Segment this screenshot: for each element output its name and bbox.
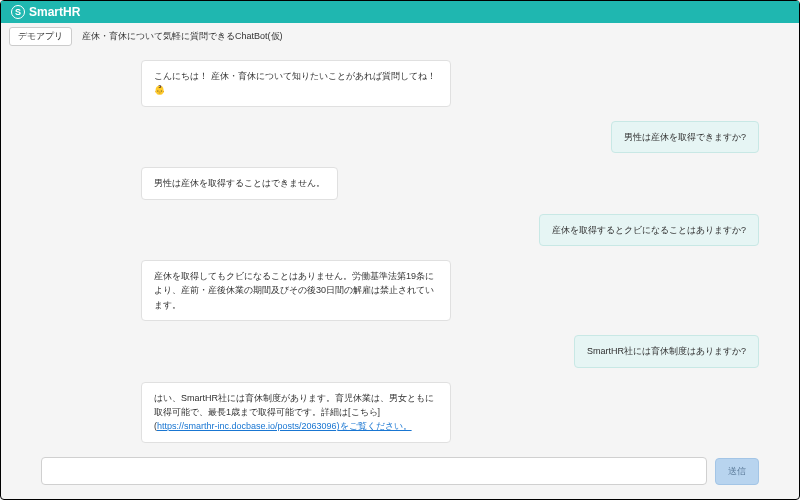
message-row: SmartHR社には育休制度はありますか?	[141, 335, 759, 367]
bot-message: 男性は産休を取得することはできません。	[141, 167, 338, 199]
message-row: はい、SmartHR社には育休制度があります。育児休業は、男女ともに取得可能で、…	[141, 382, 759, 443]
message-row: 産休を取得してもクビになることはありません。労働基準法第19条により、産前・産後…	[141, 260, 759, 321]
app-window: S SmartHR デモアプリ 産休・育休について気軽に質問できるChatBot…	[0, 0, 800, 500]
docbase-link[interactable]: https://smarthr-inc.docbase.io/posts/206…	[157, 421, 412, 431]
message-input[interactable]	[41, 457, 707, 485]
bot-message: こんにちは！ 産休・育休について知りたいことがあれば質問してね！👶	[141, 60, 451, 107]
bot-message: 産休を取得してもクビになることはありません。労働基準法第19条により、産前・産後…	[141, 260, 451, 321]
message-row: 産休を取得するとクビになることはありますか?	[141, 214, 759, 246]
input-bar: 送信	[1, 447, 799, 499]
brand-logo-icon: S	[11, 5, 25, 19]
tab-demo-app[interactable]: デモアプリ	[9, 27, 72, 46]
message-row: 男性は産休を取得することはできません。	[141, 167, 759, 199]
chat-scroll-area[interactable]: こんにちは！ 産休・育休について知りたいことがあれば質問してね！👶 男性は産休を…	[1, 50, 799, 447]
titlebar: S SmartHR	[1, 1, 799, 23]
user-message: SmartHR社には育休制度はありますか?	[574, 335, 759, 367]
brand-name: SmartHR	[29, 5, 80, 19]
user-message: 男性は産休を取得できますか?	[611, 121, 759, 153]
subheader: デモアプリ 産休・育休について気軽に質問できるChatBot(仮)	[1, 23, 799, 50]
page-title: 産休・育休について気軽に質問できるChatBot(仮)	[82, 30, 283, 43]
message-row: こんにちは！ 産休・育休について知りたいことがあれば質問してね！👶	[141, 60, 759, 107]
user-message: 産休を取得するとクビになることはありますか?	[539, 214, 759, 246]
message-row: 男性は産休を取得できますか?	[141, 121, 759, 153]
bot-message: はい、SmartHR社には育休制度があります。育児休業は、男女ともに取得可能で、…	[141, 382, 451, 443]
send-button[interactable]: 送信	[715, 458, 759, 485]
